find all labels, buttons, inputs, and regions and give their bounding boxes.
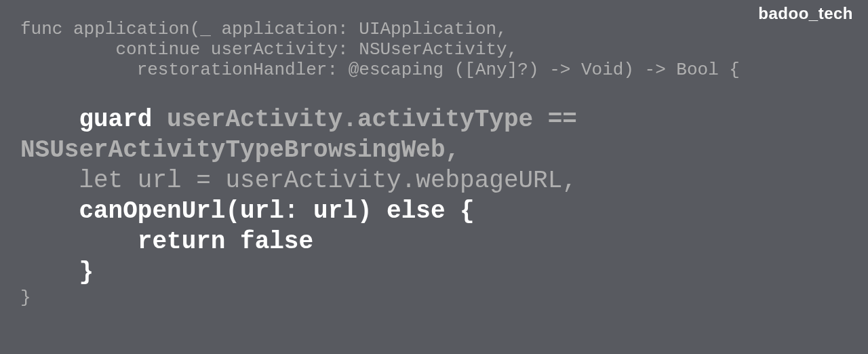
code-block: func application(_ application: UIApplic…: [20, 19, 854, 308]
code-line-1: func application(_ application: UIApplic…: [20, 19, 507, 39]
code-line-5: NSUserActivityTypeBrowsingWeb,: [20, 136, 460, 164]
code-line-3: restorationHandler: @escaping ([Any]?) -…: [20, 60, 740, 80]
code-line-8: return false: [20, 228, 313, 256]
code-line-9: }: [20, 258, 94, 286]
code-line-2: continue userActivity: NSUserActivity,: [20, 39, 517, 60]
code-line-4-keyword: guard: [20, 106, 152, 134]
code-line-10: }: [20, 288, 31, 308]
code-line-6: let url = userActivity.webpageURL,: [20, 167, 577, 195]
code-line-7: canOpenUrl(url: url) else {: [20, 197, 475, 225]
code-line-4-rest: userActivity.activityType ==: [152, 106, 591, 134]
slide: badoo_tech func application(_ applicatio…: [0, 0, 868, 354]
